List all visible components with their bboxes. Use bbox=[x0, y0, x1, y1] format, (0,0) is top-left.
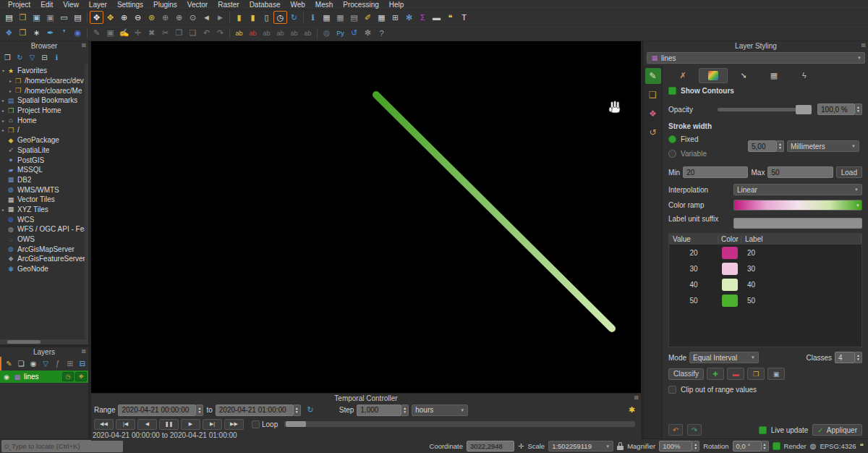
browser-item-wcs[interactable]: ◍ WCS bbox=[0, 214, 88, 224]
text-annotation-icon[interactable]: T bbox=[457, 11, 471, 24]
menu-web[interactable]: Web bbox=[285, 1, 310, 9]
tab-rendering[interactable]: ▦ bbox=[760, 68, 788, 83]
browser-item-xyz-tiles[interactable]: ▸ ▦ XYZ Tiles bbox=[0, 205, 88, 215]
browser-item-spatialite[interactable]: ➶ SpatiaLite bbox=[0, 145, 88, 156]
layer-item-lines[interactable]: ◉ ▦ lines ◷ ❖ bbox=[0, 371, 88, 383]
crs-button[interactable]: EPSG:4326 bbox=[820, 442, 856, 450]
temporal-slider[interactable] bbox=[284, 421, 635, 427]
layers-dock-close-icon[interactable]: ⊠ bbox=[81, 348, 86, 355]
scale-select[interactable]: 1:502259119▼ bbox=[548, 441, 613, 452]
pause-button[interactable]: ❚❚ bbox=[159, 419, 179, 430]
width-spinner[interactable]: ▲▼ bbox=[777, 140, 784, 152]
opacity-spinner[interactable]: ▲▼ bbox=[855, 103, 862, 115]
label-column-header[interactable]: Label bbox=[741, 235, 861, 243]
report-bug-icon[interactable]: ✼ bbox=[361, 27, 375, 40]
menu-project[interactable]: Project bbox=[3, 1, 35, 9]
refresh-map-icon[interactable]: ↻ bbox=[287, 11, 301, 24]
browser-item-root[interactable]: ▸ ❒ / bbox=[0, 125, 88, 135]
data-source-manager-icon[interactable]: ❖ bbox=[2, 27, 16, 40]
style-undo-button[interactable]: ↶ bbox=[668, 424, 683, 436]
remove-class-button[interactable]: ▬ bbox=[727, 368, 744, 380]
refresh-browser-icon[interactable]: ↻ bbox=[14, 52, 26, 64]
browser-item-arcgis-feature[interactable]: ❖ ArcGisFeatureServer bbox=[0, 254, 88, 264]
expander-icon[interactable]: ▸ bbox=[7, 88, 14, 93]
pan-map-icon[interactable]: ✥ bbox=[90, 11, 103, 24]
tab-general-settings[interactable]: ✗ bbox=[668, 68, 697, 83]
menu-settings[interactable]: Settings bbox=[112, 1, 148, 9]
labeling-option-icon-1[interactable]: ab bbox=[260, 27, 273, 40]
style-redo-button[interactable]: ↷ bbox=[687, 424, 702, 436]
table-row[interactable]: 40 40 bbox=[669, 277, 861, 292]
styling-layer-select[interactable]: ▦ lines ▼ bbox=[647, 52, 865, 64]
tab-vectors[interactable]: ➘ bbox=[729, 68, 758, 83]
browser-item-home[interactable]: ▸ ⌂ Home bbox=[0, 115, 88, 125]
zoom-in-icon[interactable]: ⊕ bbox=[117, 11, 131, 24]
select-features-icon[interactable]: ▦ bbox=[320, 11, 333, 24]
labeling-option-icon-4[interactable]: ab bbox=[301, 27, 315, 40]
copy-features-icon[interactable]: ❐ bbox=[172, 27, 186, 40]
menu-database[interactable]: Database bbox=[244, 1, 286, 9]
add-group-icon[interactable]: ❏ bbox=[15, 358, 27, 370]
class-color-swatch[interactable] bbox=[722, 263, 738, 275]
filter-legend-icon[interactable]: ▽ bbox=[40, 358, 52, 370]
measure-icon[interactable]: ▬ bbox=[430, 11, 443, 24]
class-color-swatch[interactable] bbox=[722, 247, 738, 259]
menu-edit[interactable]: Edit bbox=[35, 1, 58, 9]
labeling-option-icon-3[interactable]: ab bbox=[287, 27, 301, 40]
vertex-tool-icon[interactable]: ✛ bbox=[131, 27, 145, 40]
min-input[interactable]: 20 bbox=[683, 166, 748, 178]
locate-search-input[interactable]: Type to locate (Ctrl+K) bbox=[1, 440, 123, 452]
attribute-table-icon[interactable]: ▦ bbox=[375, 11, 388, 24]
menu-vector[interactable]: Vector bbox=[182, 1, 213, 9]
zoom-to-selection-icon[interactable]: ⊕ bbox=[158, 11, 172, 24]
fast-rewind-button[interactable]: ◀◀ bbox=[94, 419, 114, 430]
deselect-features-icon[interactable]: ▦ bbox=[333, 11, 347, 24]
save-project-as-icon[interactable]: ▣ bbox=[43, 11, 57, 24]
opacity-slider-handle[interactable] bbox=[796, 105, 812, 114]
load-button[interactable]: Load bbox=[836, 166, 862, 178]
options-gear-icon[interactable]: ✻ bbox=[402, 11, 416, 24]
pan-to-selection-icon[interactable]: ✥ bbox=[103, 11, 117, 24]
apply-button[interactable]: ✓ Appliquer bbox=[812, 424, 862, 436]
browser-vertical-scrollbar[interactable] bbox=[85, 64, 88, 339]
select-by-form-icon[interactable]: ▤ bbox=[347, 11, 361, 24]
remove-layer-icon[interactable]: ⊟ bbox=[76, 358, 88, 370]
save-edits-icon[interactable]: ▣ bbox=[103, 27, 117, 40]
zoom-native-icon[interactable]: ⊙ bbox=[186, 11, 200, 24]
add-class-button[interactable]: ✚ bbox=[707, 368, 724, 380]
layer-visibility-eye-icon[interactable]: ◉ bbox=[2, 373, 11, 381]
range-start-spinner[interactable]: ▲▼ bbox=[196, 405, 203, 416]
styling-dock-close-icon[interactable]: ⊠ bbox=[861, 42, 866, 48]
processing-toolbox-icon[interactable]: ↺ bbox=[347, 27, 361, 40]
zoom-last-icon[interactable]: ◄ bbox=[200, 11, 213, 24]
skip-to-start-button[interactable]: |◀ bbox=[116, 419, 135, 430]
classify-button[interactable]: Classify bbox=[668, 368, 704, 380]
menu-processing[interactable]: Processing bbox=[338, 1, 383, 9]
show-bookmarks-icon[interactable]: ▮ bbox=[246, 11, 260, 24]
add-vector-layer-icon[interactable]: ❒ bbox=[16, 27, 30, 40]
expander-icon[interactable]: ▸ bbox=[0, 118, 7, 123]
menu-raster[interactable]: Raster bbox=[213, 1, 244, 9]
tab-symbology[interactable]: ✎ bbox=[645, 68, 661, 84]
step-input[interactable]: 1,000 bbox=[357, 405, 401, 416]
expander-icon[interactable]: ▸ bbox=[7, 78, 14, 83]
identify-features-icon[interactable]: ℹ bbox=[306, 11, 320, 24]
classes-input[interactable]: 4 bbox=[835, 352, 855, 363]
new-bookmark-icon[interactable]: ▮ bbox=[232, 11, 246, 24]
live-update-checkbox[interactable] bbox=[759, 426, 767, 434]
value-column-header[interactable]: Value bbox=[669, 235, 718, 243]
menu-mesh[interactable]: Mesh bbox=[310, 1, 338, 9]
browser-item-arcgis-map[interactable]: ◍ ArcGisMapServer bbox=[0, 244, 88, 254]
browser-item-home-dev[interactable]: ▸ ❒ /home/cloarec/dev bbox=[0, 76, 88, 86]
table-row[interactable]: 30 30 bbox=[669, 261, 861, 276]
metasearch-icon[interactable]: ◉ bbox=[71, 27, 85, 40]
open-layer-styling-icon[interactable]: ✎ bbox=[3, 358, 15, 370]
browser-item-favorites[interactable]: ▾ ★ Favorites bbox=[0, 66, 88, 76]
open-project-icon[interactable]: ❒ bbox=[16, 11, 30, 24]
menu-plugins[interactable]: Plugins bbox=[148, 1, 182, 9]
max-input[interactable]: 50 bbox=[767, 166, 833, 178]
collapse-all-icon[interactable]: ⊟ bbox=[38, 52, 51, 64]
range-end-spinner[interactable]: ▲▼ bbox=[294, 405, 301, 416]
render-checkbox[interactable] bbox=[773, 442, 780, 450]
step-back-button[interactable]: ◀ bbox=[137, 419, 157, 430]
